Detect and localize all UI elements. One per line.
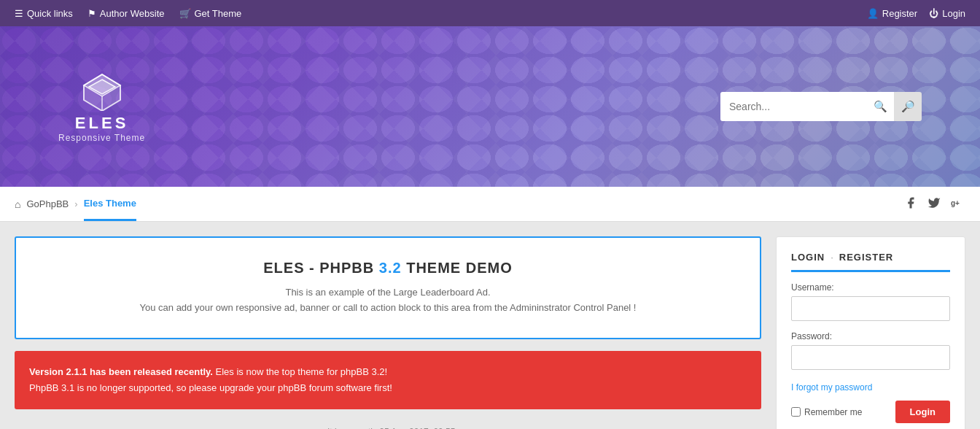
logo-icon bbox=[80, 71, 124, 111]
notice-text: Version 2.1.1 has been released recently… bbox=[29, 364, 747, 380]
ad-desc-line2: You can add your own responsive ad, bann… bbox=[31, 301, 745, 316]
search-icon: 🔍 bbox=[874, 100, 887, 113]
ad-title-before: ELES - PHPBB bbox=[263, 260, 379, 276]
password-label: Password: bbox=[791, 331, 950, 341]
top-navigation: ☰ Quick links ⚑ Author Website 🛒 Get The… bbox=[0, 0, 980, 26]
password-input[interactable] bbox=[791, 345, 950, 370]
sidebar: LOGIN · REGISTER Username: Password: I f… bbox=[776, 236, 965, 429]
top-nav-right: 👤 Register ⏻ Login bbox=[867, 8, 965, 19]
login-separator: · bbox=[831, 252, 833, 263]
forgot-password-link-wrap: I forgot my password bbox=[791, 380, 950, 393]
twitter-link[interactable] bbox=[928, 196, 941, 212]
notice-bold: Version 2.1.1 has been released recently… bbox=[29, 366, 213, 377]
home-icon: ⌂ bbox=[15, 198, 20, 210]
login-widget: LOGIN · REGISTER Username: Password: I f… bbox=[776, 236, 965, 429]
quick-links-btn[interactable]: ☰ Quick links bbox=[15, 8, 73, 19]
login-btn-nav[interactable]: ⏻ Login bbox=[929, 8, 965, 19]
login-label-nav: Login bbox=[942, 8, 965, 19]
login-widget-header: LOGIN · REGISTER bbox=[791, 252, 950, 272]
menu-icon: ☰ bbox=[15, 8, 23, 19]
ad-desc-line1: This is an example of the Large Leaderbo… bbox=[31, 285, 745, 301]
username-input[interactable] bbox=[791, 296, 950, 321]
breadcrumb-active: Eles Theme bbox=[84, 188, 136, 221]
ad-desc: This is an example of the Large Leaderbo… bbox=[31, 285, 745, 316]
site-logo: ELES Responsive Theme bbox=[58, 71, 145, 143]
logo-text: ELES bbox=[75, 114, 128, 133]
search-input[interactable] bbox=[720, 92, 866, 121]
register-btn[interactable]: 👤 Register bbox=[867, 8, 917, 19]
breadcrumb-home[interactable]: GoPhpBB bbox=[26, 198, 69, 209]
author-website-btn[interactable]: ⚑ Author Website bbox=[88, 8, 165, 19]
quick-links-label: Quick links bbox=[27, 8, 73, 19]
register-title: REGISTER bbox=[839, 252, 893, 263]
advanced-search-button[interactable]: 🔎 bbox=[894, 92, 922, 121]
logo-subtitle: Responsive Theme bbox=[58, 133, 145, 143]
main-wrapper: ELES - PHPBB 3.2 THEME DEMO This is an e… bbox=[0, 222, 980, 429]
password-group: Password: bbox=[791, 331, 950, 370]
login-title: LOGIN bbox=[791, 252, 825, 263]
remember-row: Remember me Login bbox=[791, 401, 950, 423]
breadcrumb-bar: ⌂ GoPhpBB › Eles Theme g+ bbox=[0, 187, 980, 222]
author-website-label: Author Website bbox=[100, 8, 165, 19]
search-button[interactable]: 🔍 bbox=[866, 92, 894, 121]
top-nav-left: ☰ Quick links ⚑ Author Website 🛒 Get The… bbox=[15, 8, 241, 19]
register-label: Register bbox=[882, 8, 917, 19]
breadcrumb-separator: › bbox=[74, 198, 77, 209]
notice-text2: PhpBB 3.1 is no longer supported, so ple… bbox=[29, 380, 747, 396]
svg-text:g+: g+ bbox=[951, 198, 960, 206]
ad-title-after: THEME DEMO bbox=[402, 260, 513, 276]
register-icon: 👤 bbox=[867, 8, 879, 19]
notice-text1: Eles is now the top theme for phpBB 3.2! bbox=[213, 366, 387, 377]
breadcrumb: ⌂ GoPhpBB › Eles Theme bbox=[15, 188, 136, 221]
search-bar: 🔍 🔎 bbox=[720, 92, 922, 121]
username-group: Username: bbox=[791, 282, 950, 321]
login-submit-button[interactable]: Login bbox=[895, 401, 950, 423]
bookmark-icon: ⚑ bbox=[88, 8, 96, 19]
ad-block: ELES - PHPBB 3.2 THEME DEMO This is an e… bbox=[15, 236, 761, 339]
footer-note: ♦ It is currently 25 Aug 2017, 09:55 bbox=[15, 421, 761, 429]
power-icon: ⏻ bbox=[929, 8, 938, 19]
remember-me-text: Remember me bbox=[804, 407, 862, 417]
forgot-password-link[interactable]: I forgot my password bbox=[791, 382, 872, 393]
googleplus-link[interactable]: g+ bbox=[951, 196, 965, 212]
social-links: g+ bbox=[904, 196, 965, 212]
remember-me-checkbox[interactable] bbox=[791, 407, 801, 417]
facebook-link[interactable] bbox=[904, 196, 917, 212]
ad-title: ELES - PHPBB 3.2 THEME DEMO bbox=[31, 260, 745, 277]
main-content: ELES - PHPBB 3.2 THEME DEMO This is an e… bbox=[15, 236, 761, 429]
hero-header: ELES Responsive Theme 🔍 🔎 bbox=[0, 26, 980, 187]
remember-me-label: Remember me bbox=[791, 407, 862, 417]
get-theme-btn[interactable]: 🛒 Get Theme bbox=[179, 8, 242, 19]
username-label: Username: bbox=[791, 282, 950, 293]
ad-title-highlight: 3.2 bbox=[379, 260, 402, 276]
notice-block: Version 2.1.1 has been released recently… bbox=[15, 351, 761, 409]
cart-icon: 🛒 bbox=[179, 8, 191, 19]
advanced-search-icon: 🔎 bbox=[901, 100, 915, 113]
get-theme-label: Get Theme bbox=[195, 8, 242, 19]
